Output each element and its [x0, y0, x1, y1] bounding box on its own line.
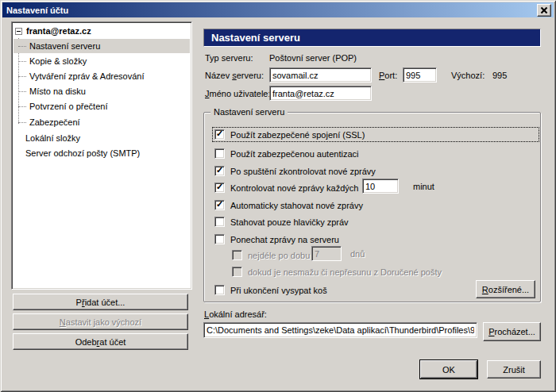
port-field[interactable] — [403, 67, 437, 83]
tree-item-return-receipts[interactable]: Potvrzení o přečtení — [14, 99, 190, 113]
server-type-value: Poštovní server (POP) — [269, 53, 357, 63]
tree-item-disk-space[interactable]: Místo na disku — [14, 84, 190, 98]
browse-label: Procházet... — [488, 327, 535, 336]
username-field[interactable] — [269, 86, 372, 101]
tree-item-composition-addressing[interactable]: Vytváření zpráv & Adresování — [14, 69, 190, 83]
checkbox-until-deleted[interactable]: dokud je nesmažu či nepřesunu z Doručené… — [230, 264, 539, 279]
tree-item-smtp-server[interactable]: Server odchozí pošty (SMTP) — [14, 146, 190, 160]
account-settings-dialog: Nastavení účtu franta@retaz.cz Nastavení… — [0, 0, 556, 392]
tree-branch-icon — [18, 106, 26, 107]
checkbox-icon[interactable] — [214, 183, 225, 193]
advanced-button[interactable]: Rozšířené... — [476, 280, 535, 298]
port-default-label: Výchozí: — [451, 71, 485, 80]
checkbox-icon[interactable] — [214, 285, 225, 295]
checkbox-icon[interactable] — [214, 217, 225, 227]
tree-branch-icon — [18, 76, 26, 77]
tree-branch-icon — [18, 61, 26, 62]
cancel-button[interactable]: Zrušit — [487, 360, 541, 379]
add-account-button[interactable]: Přidat účet... — [13, 294, 188, 310]
checkbox-check-at-startup[interactable]: Po spuštění zkontrolovat nové zprávy — [212, 163, 539, 179]
add-account-label: Přidat účet... — [76, 298, 125, 307]
close-icon — [541, 7, 547, 13]
tree-branch-icon — [18, 122, 26, 123]
checkbox-icon[interactable] — [214, 129, 225, 140]
titlebar[interactable]: Nastavení účtu — [2, 2, 554, 17]
group-title: Nastavení serveru — [210, 107, 288, 117]
local-directory-field[interactable] — [203, 322, 477, 338]
days-field[interactable] — [311, 246, 342, 261]
set-default-button[interactable]: Nastavit jako výchozí — [13, 313, 188, 330]
checkbox-icon[interactable] — [214, 148, 225, 159]
tree-item-label: Potvrzení o přečtení — [29, 102, 107, 111]
account-tree[interactable]: franta@retaz.cz Nastavení serveru Kopie … — [11, 21, 192, 290]
tree-branch-icon — [18, 91, 26, 92]
checkbox-max-days[interactable]: nejdéle po dobu — [230, 248, 539, 263]
tree-branch-icon — [18, 46, 26, 47]
header-title: Nastavení serveru — [211, 32, 300, 44]
interval-field[interactable] — [362, 179, 399, 194]
ok-button[interactable]: OK — [420, 360, 477, 379]
browse-button[interactable]: Procházet... — [483, 322, 541, 341]
port-label: Port: — [379, 71, 397, 80]
checkbox-icon[interactable] — [232, 267, 242, 277]
cancel-label: Zrušit — [503, 365, 525, 375]
checkbox-secure-auth[interactable]: Použít zabezpečenou autentizaci — [212, 146, 539, 161]
server-type-label: Typ serveru: — [205, 53, 253, 63]
tree-item-label: Vytváření zpráv & Adresování — [29, 71, 145, 81]
checkbox-icon[interactable] — [214, 166, 225, 176]
tree-item-local-folders[interactable]: Lokální složky — [14, 131, 190, 145]
checkbox-use-ssl[interactable]: Použít zabezpečené spojení (SSL) — [212, 127, 539, 142]
port-default-value: 995 — [492, 71, 507, 80]
set-default-label: Nastavit jako výchozí — [60, 317, 141, 327]
advanced-label: Rozšířené... — [482, 285, 529, 294]
checkbox-icon[interactable] — [214, 200, 225, 210]
server-settings-group: Nastavení serveru Použít zabezpečené spo… — [203, 112, 541, 302]
username-label: Jméno uživatele: — [205, 89, 271, 98]
local-directory-label: Lokální adresář: — [204, 309, 267, 319]
checkbox-icon[interactable] — [214, 234, 225, 244]
tree-item-copies-folders[interactable]: Kopie & složky — [14, 54, 190, 68]
ok-label: OK — [442, 365, 455, 375]
collapse-minus-icon[interactable] — [15, 28, 22, 35]
checkbox-auto-download[interactable]: Automaticky stahovat nové zprávy — [212, 198, 539, 213]
tree-item-label: Místo na disku — [29, 86, 86, 96]
tree-item-server-settings[interactable]: Nastavení serveru — [14, 39, 190, 53]
checkbox-leave-on-server[interactable]: Ponechat zprávy na serveru — [212, 232, 539, 247]
checkbox-headers-only[interactable]: Stahovat pouze hlavičky zpráv — [212, 214, 539, 229]
close-button[interactable] — [537, 4, 551, 17]
window-title: Nastavení účtu — [2, 6, 68, 15]
interval-suffix-label: minut — [413, 182, 434, 191]
server-name-field[interactable] — [269, 67, 372, 83]
remove-account-label: Odebrat účet — [75, 337, 126, 347]
tree-item-label: Nastavení serveru — [29, 41, 100, 51]
server-name-label: Název serveru: — [205, 71, 264, 80]
tree-item-account-root[interactable]: franta@retaz.cz — [14, 24, 190, 38]
tree-root-label: franta@retaz.cz — [26, 26, 91, 36]
tree-item-label: Lokální složky — [25, 133, 80, 143]
tree-item-label: Server odchozí pošty (SMTP) — [25, 148, 140, 158]
days-suffix-label: dnů — [350, 249, 365, 259]
server-settings-header: Nastavení serveru — [203, 29, 541, 47]
remove-account-button[interactable]: Odebrat účet — [13, 333, 188, 350]
tree-item-security[interactable]: Zabezpečení — [14, 115, 190, 129]
tree-item-label: Zabezpečení — [29, 117, 80, 127]
tree-item-label: Kopie & složky — [29, 56, 87, 66]
checkbox-icon[interactable] — [232, 250, 242, 260]
